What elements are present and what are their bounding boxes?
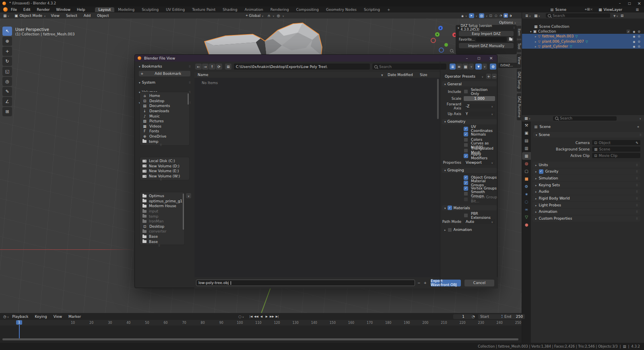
solid-shading-icon[interactable]	[499, 13, 503, 18]
properties-tab[interactable]: ⚒	[522, 121, 531, 129]
up-axis-dropdown[interactable]: Y	[464, 111, 495, 116]
tool-button[interactable]: ⊕	[2, 37, 12, 46]
properties-tab[interactable]: ■	[522, 175, 531, 183]
bookmark-item[interactable]: ⌂ Home	[140, 93, 189, 99]
properties-dropdown[interactable]: Viewport	[464, 160, 495, 165]
bookmark-item[interactable]: ⊡ Desktop	[140, 99, 189, 104]
playback-button[interactable]: ▶▶	[270, 314, 274, 319]
volume-item[interactable]: Local Disk (C:)	[140, 159, 189, 164]
properties-search-input[interactable]: Search	[553, 116, 617, 121]
option-checkbox[interactable]: Apply Modifiers	[464, 153, 498, 159]
workspace-tab[interactable]: Geometry Nodes	[322, 7, 360, 12]
materials-section-header[interactable]: Materials	[442, 205, 497, 210]
import-daz-manually-button[interactable]: Import DAZ Manually	[459, 43, 514, 48]
sidebar-tab[interactable]: View	[517, 54, 521, 67]
column-size[interactable]: Size	[420, 73, 427, 77]
properties-section-row[interactable]: Rigid Body World	[533, 195, 640, 201]
back-button[interactable]	[195, 64, 202, 70]
end-frame-field[interactable]: End250	[502, 314, 525, 319]
system-scrollbar[interactable]	[188, 93, 189, 105]
properties-tab[interactable]: ▣	[522, 129, 531, 137]
add-bookmark-button[interactable]: Add Bookmark	[139, 71, 190, 76]
general-section-header[interactable]: General	[442, 81, 497, 86]
bookmarks-header[interactable]: Bookmarks	[139, 64, 194, 68]
playhead-line[interactable]	[19, 324, 20, 340]
properties-tab[interactable]: ∗	[522, 190, 531, 198]
gizmo-y-axis[interactable]: Y	[435, 32, 440, 37]
geometry-section-header[interactable]: Geometry	[442, 119, 497, 124]
increment-button[interactable]	[424, 281, 427, 285]
dialog-minimize-button[interactable]	[461, 56, 473, 60]
outliner-object-row[interactable]: plant_Cylinder	[522, 44, 644, 49]
timeline-menu-item[interactable]: View	[50, 315, 65, 319]
properties-editor-type[interactable]	[524, 116, 530, 120]
playback-button[interactable]: ◀	[259, 314, 264, 319]
options-chevron-icon[interactable]	[640, 116, 641, 120]
system-header[interactable]: System	[139, 80, 194, 84]
selection-only-checkbox[interactable]: Selection Only	[464, 89, 497, 95]
gizmo-toggle-icon[interactable]: ➤	[469, 13, 474, 18]
render-camera-icon[interactable]	[638, 44, 640, 48]
timeline-ruler[interactable]: 1020304050607080901001101201301401501601…	[0, 320, 522, 325]
mode-dropdown[interactable]: Object Mode	[12, 13, 48, 18]
viewport-menu-item[interactable]: Add	[80, 14, 94, 18]
file-search-input[interactable]: Search	[372, 64, 446, 70]
bookmark-item[interactable]: F Fonts	[140, 129, 189, 134]
timeline-menu-item[interactable]: Playback	[9, 315, 31, 319]
recent-item[interactable]: Base	[140, 234, 184, 239]
recent-item[interactable]: temp	[140, 214, 184, 219]
sidebar-tab[interactable]: Item	[517, 26, 521, 39]
recent-item[interactable]: optimus_prime_g1	[140, 199, 184, 204]
scene-selector[interactable]: Scene	[548, 7, 595, 12]
recent-scrollbar[interactable]	[183, 194, 184, 230]
properties-tab[interactable]: ●	[522, 221, 531, 229]
create-directory-button[interactable]	[225, 64, 231, 70]
stopwatch-icon[interactable]	[472, 315, 475, 319]
bookmark-item[interactable]: ▦ Videos	[140, 124, 189, 129]
file-list-area[interactable]: No Items	[194, 78, 440, 277]
properties-tab[interactable]: ▥	[522, 144, 531, 152]
expand-icon[interactable]	[535, 44, 537, 48]
bookmark-item[interactable]: temp	[140, 139, 189, 144]
recent-item[interactable]: Moderm House	[140, 204, 184, 209]
volume-item[interactable]: New Volume (W:)	[140, 174, 189, 179]
camera-field[interactable]: Object	[592, 140, 640, 145]
gizmo-neg-z-axis[interactable]	[439, 47, 444, 53]
properties-tab[interactable]: ▤	[522, 137, 531, 144]
expand-icon[interactable]	[535, 34, 537, 38]
menu-item[interactable]: File	[8, 8, 20, 12]
filter-funnel-icon[interactable]	[613, 14, 615, 18]
column-name[interactable]: Name	[198, 73, 208, 77]
timeline-menu-item[interactable]: Keying	[31, 315, 50, 319]
section-checkbox[interactable]	[539, 169, 543, 174]
rendered-shading-icon[interactable]	[508, 13, 513, 18]
operator-presets-dropdown[interactable]: Operator Presets	[443, 74, 485, 79]
pin-icon[interactable]	[637, 125, 639, 129]
outliner-search-input[interactable]: Search	[546, 13, 610, 18]
sort-icon[interactable]	[381, 73, 383, 77]
clear-icon[interactable]	[590, 7, 593, 11]
outliner-object-row[interactable]: plant.006_Cylinder.007	[522, 39, 644, 44]
menu-item[interactable]: Help	[74, 8, 89, 12]
transform-orientation[interactable]: Global	[246, 13, 263, 18]
option-checkbox[interactable]: PBR Extensions	[464, 213, 498, 218]
snap-icon[interactable]	[268, 14, 270, 18]
playback-button[interactable]: ▶|	[275, 314, 279, 319]
materials-checkbox[interactable]	[448, 206, 452, 210]
properties-section-row[interactable]: Audio	[533, 189, 640, 195]
hide-eye-icon[interactable]	[633, 34, 635, 38]
volume-item[interactable]: New Volume (D:)	[140, 164, 189, 169]
properties-tab[interactable]: ⚙	[522, 183, 531, 190]
auto-keying-toggle[interactable]	[238, 315, 244, 319]
dialog-maximize-button[interactable]	[473, 56, 485, 60]
menu-item[interactable]: Window	[53, 8, 74, 12]
workspace-tab[interactable]: UV Editing	[162, 7, 188, 12]
active-clip-field[interactable]: Movie Clip	[592, 153, 640, 158]
recent-item[interactable]: IronMan	[140, 219, 184, 224]
scale-field[interactable]: 1.000	[464, 96, 495, 101]
recent-item[interactable]: ⊡ Desktop	[140, 224, 184, 229]
sidebar-tab[interactable]: Tool	[517, 40, 521, 52]
workspace-tab[interactable]: Compositing	[293, 7, 322, 12]
minimize-button[interactable]	[615, 1, 625, 5]
properties-section-row[interactable]: Keying Sets	[533, 182, 640, 188]
